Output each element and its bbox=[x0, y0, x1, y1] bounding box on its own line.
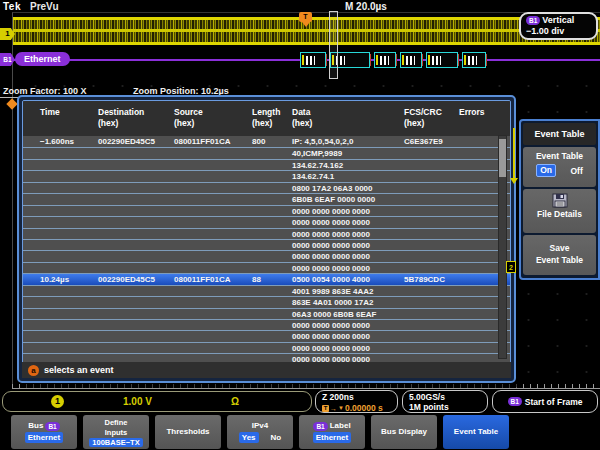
b1-badge: B1 bbox=[508, 397, 522, 406]
column-header: Length(hex) bbox=[252, 107, 280, 129]
b1-vertical-readout: B1 Vertical −1.00 div bbox=[519, 12, 598, 40]
packet-end-mark bbox=[326, 54, 327, 66]
cell-data: 06A3 0000 6B0B 6EAF bbox=[292, 309, 377, 320]
cell-data: 4001 9989 863E 4AA2 bbox=[292, 286, 373, 297]
label-text: Label bbox=[330, 421, 351, 431]
table-row[interactable]: 0000 0000 0000 0000 bbox=[23, 228, 510, 239]
event-table-rows: −1.600ns002290ED45C5080011FF01CA800IP: 4… bbox=[23, 136, 510, 364]
zoom-window-bracket[interactable] bbox=[329, 11, 338, 79]
toggle-on[interactable]: On bbox=[536, 164, 556, 177]
table-row[interactable]: 10.24µs002290ED45C5080011FF01CA880500 00… bbox=[23, 273, 510, 284]
marker-2-badge: 2 bbox=[506, 261, 516, 273]
column-header: FCS/CRC(hex) bbox=[404, 107, 442, 129]
ch1-scale-readout[interactable]: 1 1.00 V Ω bbox=[2, 391, 312, 412]
table-row[interactable]: 0000 0000 0000 0000 bbox=[23, 319, 510, 330]
cell-data: 6B0B 6EAF 0000 0000 bbox=[292, 194, 375, 205]
side-menu-title: Event Table bbox=[523, 123, 596, 145]
event-table-toggle-button[interactable]: Event Table On Off bbox=[523, 147, 596, 187]
bus-packet bbox=[300, 52, 326, 68]
table-row[interactable]: 134.62.74.1 bbox=[23, 170, 510, 181]
zoom-scale-readout[interactable]: Z 200ns T→▼0.00000 s bbox=[315, 390, 398, 413]
cell-data: 40,ICMP,9989 bbox=[292, 148, 342, 159]
trigger-source-label: Start of Frame bbox=[525, 397, 583, 407]
bus-label-text: Bus bbox=[28, 421, 43, 431]
table-row[interactable]: 0000 0000 0000 0000 bbox=[23, 250, 510, 261]
floppy-icon bbox=[552, 193, 568, 208]
table-row[interactable]: 863E 4A01 0000 17A2 bbox=[23, 296, 510, 307]
packet-end-mark bbox=[486, 54, 487, 66]
bus-display-label: Bus Display bbox=[381, 427, 427, 437]
oscilloscope-screen: Tek PreVu M 20.0µs 1 B1 Ethernet T B1 Ve… bbox=[0, 0, 600, 450]
bus-packet bbox=[400, 52, 422, 68]
cell-data: 0000 0000 0000 0000 bbox=[292, 229, 370, 240]
timebase-readout: M 20.0µs bbox=[345, 1, 387, 12]
cell-data: 0000 0000 0000 0000 bbox=[292, 331, 370, 342]
horizontal-ruler bbox=[12, 384, 600, 389]
ipv4-no[interactable]: No bbox=[271, 433, 282, 443]
bus-display-button[interactable]: Bus Display bbox=[371, 415, 437, 449]
event-table: TimeDestination(hex)Source(hex)Length(he… bbox=[22, 100, 511, 364]
save-event-table-button[interactable]: Save Event Table bbox=[523, 235, 596, 275]
bus-button[interactable]: Bus B1 Ethernet bbox=[11, 415, 77, 449]
scroll-arrow-marker bbox=[513, 128, 515, 178]
thresholds-button[interactable]: Thresholds bbox=[155, 415, 221, 449]
zoom-scale-label: Z 200ns bbox=[322, 392, 397, 402]
cell-data: 0000 0000 0000 0000 bbox=[292, 240, 370, 251]
sample-rate: 5.00GS/s bbox=[409, 392, 487, 402]
packet-end-mark bbox=[370, 54, 371, 66]
trigger-source-readout[interactable]: B1 Start of Frame bbox=[492, 390, 598, 413]
bus-packet bbox=[374, 52, 396, 68]
define-inputs-button[interactable]: Define Inputs 100BASE−TX bbox=[83, 415, 149, 449]
table-row[interactable]: 0000 0000 0000 0000 bbox=[23, 239, 510, 250]
table-row[interactable]: −1.600ns002290ED45C5080011FF01CA800IP: 4… bbox=[23, 136, 510, 147]
scrollbar-thumb[interactable] bbox=[499, 139, 506, 177]
table-row[interactable]: 134.62.74.162 bbox=[23, 159, 510, 170]
define-inputs-value: 100BASE−TX bbox=[89, 438, 142, 447]
table-row[interactable]: 40,ICMP,9989 bbox=[23, 147, 510, 158]
packet-end-mark bbox=[396, 54, 397, 66]
table-row[interactable]: 0000 0000 0000 0000 bbox=[23, 216, 510, 227]
bus-label[interactable]: Ethernet bbox=[15, 52, 70, 66]
table-row[interactable]: 0000 0000 0000 0000 bbox=[23, 330, 510, 341]
b1-badge: B1 bbox=[45, 422, 59, 431]
file-details-button[interactable]: File Details bbox=[523, 189, 596, 233]
cell-time: 10.24µs bbox=[40, 274, 69, 285]
cell-src: 080011FF01CA bbox=[174, 136, 230, 147]
event-table-button[interactable]: Event Table bbox=[443, 415, 509, 449]
cell-time: −1.600ns bbox=[40, 136, 74, 147]
table-row[interactable]: 0000 0000 0000 0000 bbox=[23, 342, 510, 353]
trigger-position-marker[interactable]: T bbox=[299, 12, 312, 22]
table-row[interactable]: 06A3 0000 6B0B 6EAF bbox=[23, 308, 510, 319]
toggle-label: Event Table bbox=[523, 151, 596, 161]
table-row[interactable]: 0000 0000 0000 0000 bbox=[23, 262, 510, 273]
cell-data: 0000 0000 0000 0000 bbox=[292, 206, 370, 217]
event-table-header: TimeDestination(hex)Source(hex)Length(he… bbox=[23, 101, 510, 136]
cell-len: 800 bbox=[252, 136, 265, 147]
acquisition-readout[interactable]: 5.00GS/s 1M points bbox=[402, 390, 488, 413]
table-row[interactable]: 0000 0000 0000 0000 bbox=[23, 205, 510, 216]
event-table-footer: a selects an event bbox=[22, 362, 511, 378]
column-header: Time bbox=[40, 107, 60, 118]
ipv4-button[interactable]: IPv4 Yes No bbox=[227, 415, 293, 449]
ipv4-yes[interactable]: Yes bbox=[239, 432, 259, 443]
cell-data: 0500 0054 0000 4000 bbox=[292, 274, 370, 285]
bottom-menu: Bus B1 Ethernet Define Inputs 100BASE−TX… bbox=[0, 414, 600, 450]
toggle-off[interactable]: Off bbox=[570, 166, 582, 176]
cell-src: 080011FF01CA bbox=[174, 274, 230, 285]
arrow-icon: → bbox=[330, 405, 337, 412]
save-label-2: Event Table bbox=[523, 254, 596, 266]
triangle-down-icon: ▼ bbox=[338, 405, 344, 411]
table-row[interactable]: 4001 9989 863E 4AA2 bbox=[23, 285, 510, 296]
column-header: Errors bbox=[459, 107, 485, 118]
cell-data: 0000 0000 0000 0000 bbox=[292, 320, 370, 331]
table-row[interactable]: 6B0B 6EAF 0000 0000 bbox=[23, 193, 510, 204]
acquisition-status: PreVu bbox=[30, 1, 59, 12]
table-scrollbar[interactable] bbox=[498, 135, 507, 359]
define-label-2: Inputs bbox=[105, 428, 128, 437]
footer-hint: selects an event bbox=[44, 365, 114, 375]
label-button[interactable]: B1 Label Ethernet bbox=[299, 415, 365, 449]
cell-data: 0000 0000 0000 0000 bbox=[292, 217, 370, 228]
ch1-impedance: Ω bbox=[231, 396, 239, 407]
table-row[interactable]: 0800 17A2 06A3 0000 bbox=[23, 182, 510, 193]
label-value: Ethernet bbox=[313, 432, 351, 443]
